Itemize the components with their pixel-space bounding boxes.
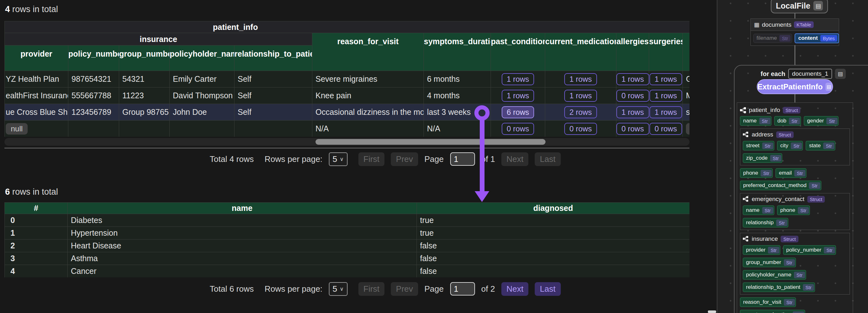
field-label: dob [777, 118, 786, 124]
nested-rows-button[interactable]: 2 rows [564, 106, 597, 118]
table-row-highlighted[interactable]: ue Cross Blue Shield 123456789 Group 987… [5, 104, 690, 120]
next-page-button[interactable]: Next [501, 282, 528, 296]
schema-field-gender[interactable]: genderStr [804, 116, 838, 126]
schema-field-preferred-contact-method[interactable]: preferred_contact_methodStr [740, 181, 821, 190]
nested-rows-button[interactable]: 0 rows [564, 123, 597, 135]
next-page-button[interactable]: Next [501, 152, 528, 166]
schema-field-city[interactable]: cityStr [777, 141, 803, 150]
for-each-input-ref[interactable]: documents_1 [788, 69, 832, 79]
chevron-down-icon: ∨ [340, 286, 343, 292]
column-header-group-number: group_number [119, 46, 170, 71]
rows-per-page-select[interactable]: 5 ∨ [329, 152, 348, 166]
documents-node-header[interactable]: ▦ documents KTable [751, 19, 839, 31]
field-label: symptoms_duration [743, 311, 790, 313]
connector-line [795, 94, 795, 103]
cell-policyholder-name: David Thompson [170, 87, 235, 104]
last-page-button[interactable]: Last [535, 152, 560, 166]
schema-field-dob[interactable]: dobStr [774, 116, 801, 126]
document-note-icon[interactable]: ▤ [813, 1, 823, 10]
schema-field-provider[interactable]: providerStr [743, 245, 780, 255]
horizontal-scrollbar-thumb[interactable] [315, 139, 546, 145]
cell-index: 3 [5, 252, 68, 265]
schema-field-ec-relationship[interactable]: relationshipStr [743, 218, 788, 227]
rows-per-page-select[interactable]: 5 ∨ [329, 282, 348, 296]
patient-info-table-container[interactable]: patient_info insurance reason_for_visit … [4, 21, 689, 137]
schema-field-email[interactable]: emailStr [776, 168, 806, 178]
page-input[interactable] [450, 282, 475, 295]
nested-rows-button[interactable]: 1 rows [502, 90, 534, 102]
struct-type-badge: Struct [776, 131, 794, 138]
local-file-node[interactable]: LocalFile ▤ [771, 0, 828, 13]
nested-rows-button[interactable]: 1 rows [616, 106, 649, 118]
table-row[interactable]: YZ Health Plan 987654321 54321 Emily Car… [5, 71, 690, 87]
field-label: reason_for_visit [743, 299, 781, 305]
table-row[interactable]: 2 Heart Disease false [5, 239, 690, 252]
cell-past-conditions: 0 rows [491, 120, 545, 137]
schema-field-symptoms-duration[interactable]: symptoms_durationStr [740, 310, 805, 313]
document-note-icon[interactable]: ▤ [826, 83, 832, 91]
table-row[interactable]: null N/A N/A 0 rows 0 rows 0 rows 0 rows… [5, 120, 690, 137]
cell-diagnosed: false [417, 239, 690, 252]
nested-rows-button[interactable]: 1 rows [649, 73, 682, 85]
nested-rows-button[interactable]: 0 rows [502, 123, 534, 135]
field-type-badge: Str [789, 118, 800, 124]
conditions-table-container[interactable]: # name diagnosed 0 Diabetes true 1 Hyper… [4, 202, 689, 277]
nested-rows-button-selected[interactable]: 6 rows [502, 106, 534, 118]
cell-allergies: 1 rows [616, 71, 649, 87]
nested-rows-button[interactable]: 0 rows [616, 90, 649, 102]
documents-node[interactable]: ▦ documents KTable filename Str content … [750, 19, 839, 46]
field-type-badge: Str [770, 155, 781, 162]
field-label: phone [780, 207, 795, 214]
nested-rows-button[interactable]: 0 rows [649, 123, 682, 135]
table-row[interactable]: ealthFirst Insurance 555667788 11223 Dav… [5, 87, 690, 104]
nested-rows-button[interactable]: 1 rows [649, 90, 682, 102]
pagination-table1: Total 4 rows Rows per page: 5 ∨ First Pr… [210, 151, 561, 167]
cell-name: Asthma [68, 252, 417, 265]
field-label: preferred_contact_method [743, 182, 806, 189]
field-type-badge: Bytes [820, 35, 837, 42]
table-row[interactable]: 0 Diabetes true [5, 214, 690, 227]
schema-field-group-number[interactable]: group_numberStr [743, 258, 796, 267]
schema-field-policyholder-name[interactable]: policyholder_nameStr [743, 270, 806, 280]
cell-reason: Knee pain [312, 87, 424, 104]
schema-field-state[interactable]: stateStr [806, 141, 835, 150]
table-row[interactable]: 4 Cancer false [5, 265, 690, 278]
schema-field-reason-for-visit[interactable]: reason_for_visitStr [740, 297, 796, 307]
nested-rows-button[interactable]: 1 rows [649, 106, 682, 118]
cell-allergies: 1 rows [616, 104, 649, 120]
struct-type-badge: Struct [807, 196, 825, 203]
field-label: content [798, 35, 817, 41]
extract-patient-info-node[interactable]: ExtractPatientInfo ▤ [757, 79, 833, 94]
nested-rows-button[interactable]: 0 rows [616, 123, 649, 135]
prev-page-button[interactable]: Prev [391, 282, 418, 296]
table-row[interactable]: 1 Hypertension true [5, 227, 690, 239]
schema-field-policy-number[interactable]: policy_numberStr [783, 245, 836, 255]
schema-field-phone[interactable]: phoneStr [740, 168, 773, 178]
nested-rows-button[interactable]: 1 rows [564, 73, 597, 85]
cell-clipped: M [683, 87, 690, 104]
document-note-icon[interactable]: ▤ [835, 69, 846, 79]
last-page-button[interactable]: Last [535, 282, 560, 296]
first-page-button[interactable]: First [359, 152, 385, 166]
pipeline-canvas-panel[interactable]: LocalFile ▤ ▦ documents KTable filename … [717, 0, 868, 313]
field-chip-content-selected[interactable]: content Bytes [795, 33, 839, 43]
prev-page-button[interactable]: Prev [391, 152, 418, 166]
page-input[interactable] [450, 152, 475, 166]
field-label: zip_code [746, 155, 768, 161]
nested-rows-button[interactable]: 1 rows [616, 73, 649, 85]
first-page-button[interactable]: First [359, 282, 385, 296]
nested-rows-button[interactable]: 1 rows [564, 90, 597, 102]
row-count-summary-1: 4 rows in total [5, 4, 58, 14]
field-type-badge: Str [791, 143, 802, 149]
cell-reason: Occasional dizziness in the morning [312, 104, 424, 120]
table-row[interactable]: 3 Asthma false [5, 252, 690, 265]
schema-field-relationship-to-patient[interactable]: relationship_to_patientStr [743, 282, 815, 292]
schema-field-name[interactable]: nameStr [740, 116, 771, 126]
field-chip-filename[interactable]: filename Str [753, 34, 792, 43]
total-rows-label: Total 4 rows [210, 154, 254, 164]
nested-rows-button[interactable]: 1 rows [502, 73, 534, 85]
schema-field-ec-name[interactable]: nameStr [743, 205, 774, 215]
schema-field-zip-code[interactable]: zip_codeStr [743, 153, 782, 163]
schema-field-street[interactable]: streetStr [743, 141, 774, 150]
schema-field-ec-phone[interactable]: phoneStr [777, 205, 810, 215]
